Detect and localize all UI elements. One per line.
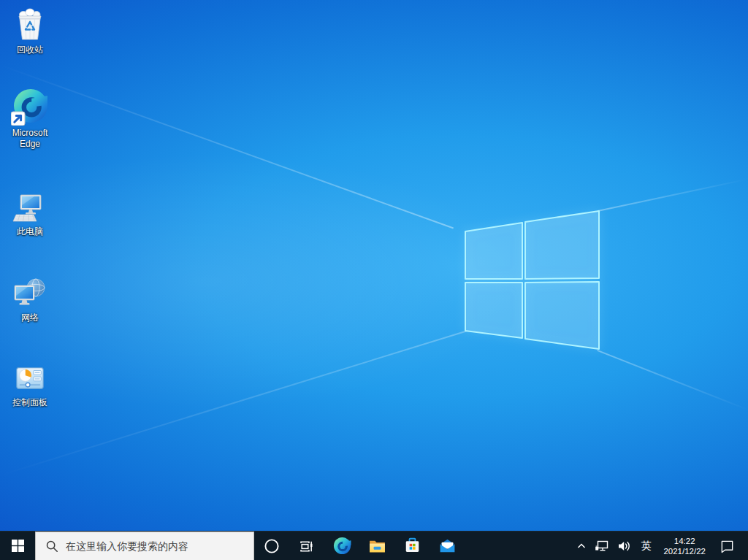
clock-date: 2021/12/22 bbox=[663, 546, 706, 556]
search-icon bbox=[45, 540, 58, 553]
clock-time: 14:22 bbox=[663, 536, 706, 546]
taskbar-app-microsoft-store[interactable] bbox=[394, 532, 430, 560]
light-ray bbox=[598, 179, 747, 212]
speaker-icon bbox=[617, 539, 631, 553]
shortcut-arrow-icon bbox=[11, 112, 25, 126]
clock-button[interactable]: 14:22 2021/12/22 bbox=[657, 532, 712, 560]
desktop-icon-label: 控制面板 bbox=[12, 397, 47, 408]
desktop-icon-column: 回收站 bbox=[1, 1, 58, 418]
windows-desktop: 回收站 bbox=[0, 0, 748, 560]
action-center-button[interactable] bbox=[712, 532, 742, 560]
desktop-icon-network[interactable]: 网络 bbox=[1, 272, 58, 323]
taskbar-app-edge[interactable] bbox=[324, 532, 359, 560]
desktop-icon-label: 此电脑 bbox=[17, 226, 43, 237]
desktop-icon-microsoft-edge[interactable]: Microsoft Edge bbox=[1, 88, 58, 150]
light-ray bbox=[597, 350, 748, 410]
task-view-icon bbox=[298, 537, 316, 555]
desktop-icon-control-panel[interactable]: 控制面板 bbox=[1, 357, 58, 408]
desktop-wallpaper bbox=[0, 0, 748, 531]
light-ray bbox=[0, 64, 454, 229]
desktop-icon-this-pc[interactable]: 此电脑 bbox=[1, 186, 58, 237]
action-center-icon bbox=[720, 538, 735, 553]
volume-button[interactable] bbox=[613, 532, 635, 560]
search-input[interactable] bbox=[66, 540, 248, 552]
desktop-icon-label: 网络 bbox=[21, 312, 39, 323]
chevron-up-icon bbox=[576, 540, 587, 552]
folder-icon bbox=[368, 537, 386, 555]
show-hidden-icons-button[interactable] bbox=[572, 532, 591, 560]
edge-icon bbox=[333, 537, 351, 555]
input-language-label: 英 bbox=[641, 540, 651, 553]
taskbar-app-cortana[interactable] bbox=[254, 532, 289, 560]
mail-envelope-icon bbox=[438, 537, 457, 555]
desktop-icon-recycle-bin[interactable]: 回收站 bbox=[1, 4, 58, 55]
taskbar-app-task-view[interactable] bbox=[289, 532, 324, 560]
network-status-button[interactable] bbox=[591, 532, 613, 560]
store-bag-icon bbox=[403, 537, 421, 555]
start-button[interactable] bbox=[0, 532, 35, 560]
desktop-icon-label: Microsoft Edge bbox=[2, 128, 58, 150]
recycle-bin-icon bbox=[12, 4, 47, 42]
taskbar: 英 14:22 2021/12/22 bbox=[0, 531, 748, 560]
windows-start-icon bbox=[12, 540, 24, 552]
system-tray: 英 14:22 2021/12/22 bbox=[572, 532, 748, 560]
edge-icon bbox=[11, 88, 49, 126]
desktop-icon-label: 回收站 bbox=[17, 45, 43, 55]
network-globe-icon bbox=[12, 272, 47, 310]
taskbar-app-mail[interactable] bbox=[430, 532, 465, 560]
input-language-indicator[interactable]: 英 bbox=[635, 532, 657, 560]
taskbar-app-file-explorer[interactable] bbox=[359, 532, 394, 560]
cortana-circle-icon bbox=[264, 538, 280, 554]
windows-logo-icon bbox=[459, 205, 602, 353]
computer-icon bbox=[12, 186, 47, 224]
ethernet-icon bbox=[595, 539, 609, 553]
light-ray bbox=[0, 330, 467, 475]
control-panel-icon bbox=[13, 357, 47, 395]
taskbar-search-box[interactable] bbox=[35, 532, 254, 560]
